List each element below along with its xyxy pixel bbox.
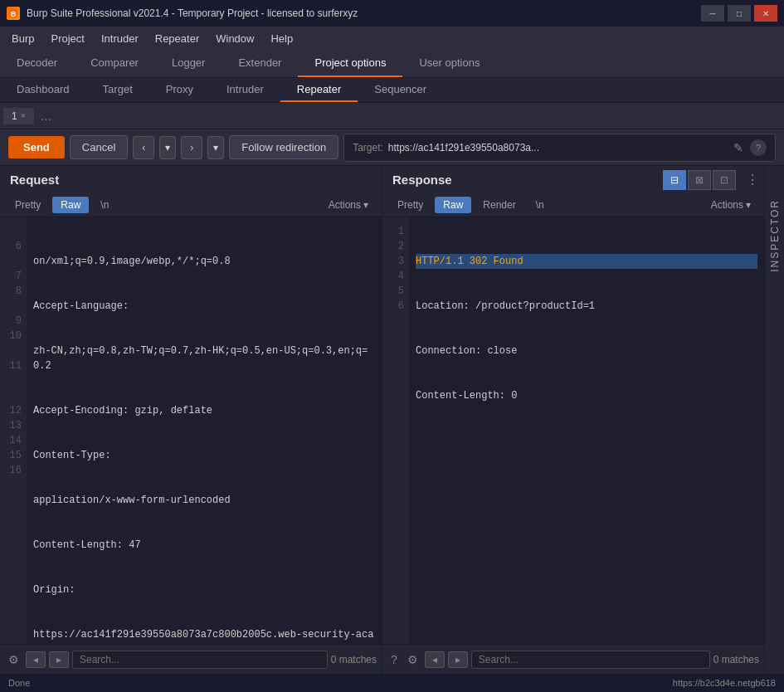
tab-comparer[interactable]: Comparer (74, 50, 155, 77)
request-panel: Request Pretty Raw \n Actions ▾ 6 7 8 9 … (0, 166, 382, 674)
request-actions-dropdown[interactable]: Actions ▾ (322, 197, 375, 213)
tab-logger[interactable]: Logger (155, 50, 222, 77)
nav-forward-button[interactable]: › (181, 136, 202, 159)
menu-repeater[interactable]: Repeater (147, 29, 207, 48)
menu-window[interactable]: Window (207, 29, 262, 48)
svg-text:B: B (11, 10, 17, 18)
response-search-bar: ? ⚙ ◂ ▸ 0 matches (382, 644, 764, 674)
code-line: Location: /product?productId=1 (416, 299, 757, 314)
tab-extender[interactable]: Extender (222, 50, 298, 77)
minimize-button[interactable]: ─ (701, 5, 724, 22)
repeater-tab-more[interactable]: … (34, 107, 59, 125)
tab-target[interactable]: Target (86, 78, 149, 102)
request-panel-tabs: Pretty Raw \n Actions ▾ (0, 193, 382, 217)
status-text: Done (8, 678, 30, 688)
main-content: Request Pretty Raw \n Actions ▾ 6 7 8 9 … (0, 166, 784, 674)
code-line: zh-CN,zh;q=0.8,zh-TW;q=0.7,zh-HK;q=0.5,e… (33, 344, 375, 373)
response-tab-pretty[interactable]: Pretty (389, 197, 431, 213)
tab-proxy[interactable]: Proxy (149, 78, 210, 102)
view-split-v-button[interactable]: ⊟ (663, 170, 686, 190)
request-search-next-button[interactable]: ▸ (49, 651, 69, 668)
response-actions-chevron-icon: ▾ (746, 199, 751, 211)
request-search-prev-button[interactable]: ◂ (26, 651, 46, 668)
tab-sequencer[interactable]: Sequencer (358, 78, 443, 102)
response-code-content[interactable]: HTTP/1.1 302 Found Location: /product?pr… (409, 217, 764, 644)
request-search-input[interactable] (72, 651, 328, 669)
status-url: https://b2c3d4e.netgb618 (673, 678, 776, 688)
response-tab-newline[interactable]: \n (528, 197, 553, 213)
response-search-input[interactable] (471, 651, 710, 669)
tab-decoder[interactable]: Decoder (0, 50, 74, 77)
response-search-next-button[interactable]: ▸ (448, 651, 468, 668)
response-code-area[interactable]: 1 2 3 4 5 6 HTTP/1.1 302 Found Location:… (382, 217, 764, 644)
app-logo: B (7, 7, 20, 20)
repeater-tab-1[interactable]: 1 × (3, 108, 34, 124)
response-panel: Response ⊟ ⊠ ⊡ ⋮ Pretty Raw Render \n Ac… (382, 166, 764, 674)
code-line (416, 478, 757, 493)
request-code-content[interactable]: on/xml;q=0.9,image/webp,*/*;q=0.8 Accept… (27, 217, 382, 644)
panel-menu-button[interactable]: ⋮ (741, 170, 764, 189)
target-help-button[interactable]: ? (750, 139, 767, 156)
request-search-bar: ⚙ ◂ ▸ 0 matches (0, 644, 382, 674)
request-match-count: 0 matches (331, 654, 377, 665)
code-line: Connection: close (416, 344, 757, 358)
tab-repeater[interactable]: Repeater (280, 78, 358, 102)
view-split-h-button[interactable]: ⊠ (688, 170, 711, 190)
code-line (416, 433, 757, 448)
menu-burp[interactable]: Burp (3, 29, 42, 48)
response-panel-tabs: Pretty Raw Render \n Actions ▾ (382, 193, 764, 217)
send-button[interactable]: Send (8, 136, 65, 158)
request-title: Request (10, 173, 59, 187)
request-tab-raw[interactable]: Raw (52, 197, 89, 213)
response-match-count: 0 matches (713, 654, 759, 665)
request-tab-pretty[interactable]: Pretty (7, 197, 49, 213)
request-search-settings-button[interactable]: ⚙ (5, 651, 22, 668)
tab-dashboard[interactable]: Dashboard (0, 78, 86, 102)
response-title: Response (392, 173, 452, 187)
follow-redirection-button[interactable]: Follow redirection (229, 135, 338, 159)
code-line: Content-Length: 47 (33, 538, 375, 553)
code-line: on/xml;q=0.9,image/webp,*/*;q=0.8 (33, 254, 375, 269)
code-line: Accept-Encoding: gzip, deflate (33, 403, 375, 418)
cancel-button[interactable]: Cancel (70, 135, 128, 159)
target-label: Target: (353, 142, 383, 154)
request-tab-newline[interactable]: \n (92, 197, 117, 213)
nav-forward-drop-button[interactable]: ▾ (207, 136, 224, 159)
request-panel-header: Request (0, 166, 382, 193)
response-tab-raw[interactable]: Raw (435, 197, 471, 213)
nav-back-button[interactable]: ‹ (133, 136, 154, 159)
response-panel-header: Response (392, 166, 452, 193)
response-search-settings-button[interactable]: ⚙ (404, 651, 421, 668)
target-url: https://ac141f291e39550a8073a... (388, 142, 727, 154)
request-line-numbers: 6 7 8 9 10 11 12 13 14 15 16 (0, 217, 27, 644)
tab-intruder[interactable]: Intruder (210, 78, 280, 102)
view-toggle: ⊟ ⊠ ⊡ (663, 170, 736, 190)
title-bar: B Burp Suite Professional v2021.4 - Temp… (0, 0, 784, 27)
menu-bar: Burp Project Intruder Repeater Window He… (0, 27, 784, 50)
close-button[interactable]: ✕ (754, 5, 777, 22)
nav-back-drop-button[interactable]: ▾ (159, 136, 176, 159)
response-tab-render[interactable]: Render (475, 197, 523, 213)
repeater-tab-bar: 1 × … (0, 103, 784, 129)
menu-intruder[interactable]: Intruder (93, 29, 147, 48)
code-line: Content-Type: (33, 448, 375, 463)
maximize-button[interactable]: □ (728, 5, 751, 22)
tab-user-options[interactable]: User options (402, 50, 496, 77)
response-search-help-button[interactable]: ? (387, 651, 401, 668)
edit-target-button[interactable]: ✎ (732, 139, 745, 156)
request-actions-label: Actions (329, 199, 361, 211)
view-single-button[interactable]: ⊡ (713, 170, 736, 190)
response-search-prev-button[interactable]: ◂ (425, 651, 445, 668)
repeater-tab-1-close[interactable]: × (21, 111, 26, 120)
response-actions-label: Actions (711, 199, 743, 211)
tab-project-options[interactable]: Project options (298, 50, 402, 77)
secondary-tabs: Dashboard Target Proxy Intruder Repeater… (0, 78, 784, 103)
menu-help[interactable]: Help (262, 29, 301, 48)
menu-project[interactable]: Project (42, 29, 92, 48)
window-controls: ─ □ ✕ (701, 5, 777, 22)
request-code-area[interactable]: 6 7 8 9 10 11 12 13 14 15 16 on/xml;q=0.… (0, 217, 382, 644)
response-actions-dropdown[interactable]: Actions ▾ (704, 197, 757, 213)
app-title: Burp Suite Professional v2021.4 - Tempor… (27, 7, 694, 19)
top-tabs: Decoder Comparer Logger Extender Project… (0, 50, 784, 78)
code-line: Accept-Language: (33, 299, 375, 314)
